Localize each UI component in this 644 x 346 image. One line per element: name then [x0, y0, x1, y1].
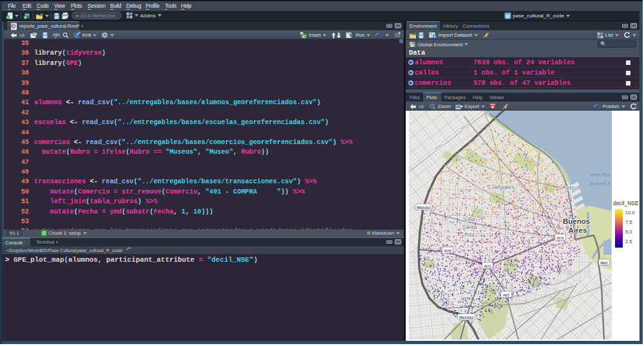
- svg-text:Buenos: Buenos: [563, 217, 590, 225]
- svg-text:AU1: AU1: [556, 236, 564, 240]
- svg-text:C: C: [303, 35, 306, 39]
- svg-text:C: C: [43, 231, 46, 235]
- svg-text:RNA001: RNA001: [417, 206, 431, 210]
- svg-text:Villa: Villa: [464, 216, 475, 223]
- svg-text:R: R: [506, 14, 510, 19]
- svg-text:R: R: [411, 44, 414, 48]
- svg-text:Retiro: Retiro: [562, 185, 578, 191]
- svg-text:Rita: Rita: [464, 232, 475, 238]
- svg-text:RNA002: RNA002: [459, 316, 473, 320]
- svg-text:RN1: RN1: [600, 261, 608, 265]
- svg-text:Ante Pue: Ante Pue: [590, 172, 611, 178]
- svg-text:Aires: Aires: [569, 226, 587, 234]
- svg-text:AU6: AU6: [444, 249, 451, 253]
- svg-text:A07: A07: [503, 293, 510, 297]
- svg-text:Colegiales: Colegiales: [488, 184, 515, 190]
- svg-text:ABC: ABC: [53, 32, 61, 36]
- svg-text:R: R: [12, 24, 15, 28]
- svg-text:Santa: Santa: [462, 224, 477, 230]
- svg-text:AU1: AU1: [484, 264, 491, 268]
- svg-text:Buenos A: Buenos A: [590, 181, 611, 187]
